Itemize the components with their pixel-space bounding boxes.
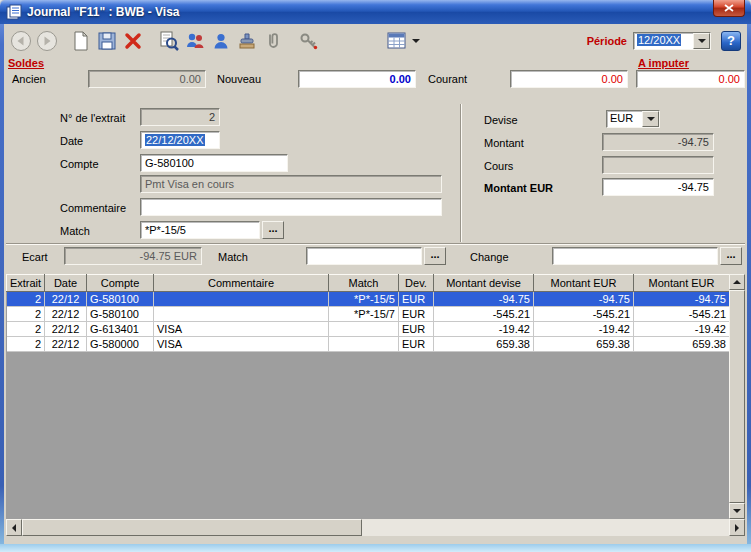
scroll-left-button[interactable] <box>6 519 22 536</box>
compte-field[interactable]: G-580100 <box>140 154 288 172</box>
cell[interactable]: 2 <box>7 322 45 337</box>
cell[interactable]: VISA <box>154 337 329 352</box>
extrait-label: N° de l'extrait <box>60 112 125 124</box>
cell[interactable]: -94.75 <box>534 292 634 307</box>
third-parties-button[interactable] <box>182 28 208 54</box>
horizontal-scrollbar-thumb[interactable] <box>22 519 362 536</box>
table-row[interactable]: 2 22/12 G-580000 VISA EUR 659.38 659.38 … <box>7 337 730 352</box>
cell[interactable]: *P*-15/5 <box>329 292 399 307</box>
cell[interactable]: -19.42 <box>534 322 634 337</box>
cell[interactable]: 22/12 <box>45 292 87 307</box>
devise-dropdown-button[interactable] <box>642 111 659 127</box>
cell[interactable]: -19.42 <box>634 322 730 337</box>
close-button[interactable] <box>713 0 745 17</box>
horizontal-scrollbar-track[interactable] <box>362 519 729 536</box>
horizontal-scrollbar[interactable] <box>6 519 745 536</box>
periode-select[interactable]: 12/20XX <box>633 32 711 50</box>
devise-value: EUR <box>607 111 642 127</box>
column-header[interactable]: Date <box>45 275 87 292</box>
cell[interactable]: EUR <box>399 307 434 322</box>
column-header[interactable]: Montant devise <box>434 275 534 292</box>
match-browse-button[interactable]: ... <box>262 221 284 239</box>
date-field[interactable]: 22/12/20XX <box>140 131 220 149</box>
back-button[interactable] <box>8 28 34 54</box>
cell[interactable]: EUR <box>399 337 434 352</box>
match-field[interactable]: *P*-15/5 <box>140 221 260 239</box>
cell[interactable]: 659.38 <box>434 337 534 352</box>
cell[interactable]: 2 <box>7 292 45 307</box>
scroll-up-button[interactable] <box>729 274 745 290</box>
change-browse-button[interactable]: ... <box>720 247 742 265</box>
periode-dropdown-button[interactable] <box>693 33 710 49</box>
cell[interactable] <box>154 307 329 322</box>
cell[interactable] <box>329 322 399 337</box>
cell[interactable]: *P*-15/7 <box>329 307 399 322</box>
scroll-down-button[interactable] <box>729 503 745 519</box>
ancien-field[interactable]: 0.00 <box>88 70 206 88</box>
cell[interactable]: EUR <box>399 322 434 337</box>
vertical-scrollbar[interactable] <box>729 274 745 519</box>
cell[interactable]: 659.38 <box>634 337 730 352</box>
contact-button[interactable] <box>208 28 234 54</box>
devise-select[interactable]: EUR <box>606 110 660 128</box>
column-header[interactable]: Montant EUR <box>534 275 634 292</box>
cell[interactable]: -545.21 <box>534 307 634 322</box>
cell[interactable]: 22/12 <box>45 307 87 322</box>
extrait-field[interactable]: 2 <box>140 108 220 126</box>
vertical-scrollbar-thumb[interactable] <box>729 290 745 503</box>
cell[interactable]: 22/12 <box>45 322 87 337</box>
titlebar[interactable]: Journal "F11" : BWB - Visa <box>0 0 751 24</box>
cell[interactable]: -19.42 <box>434 322 534 337</box>
cell[interactable]: 2 <box>7 307 45 322</box>
column-header[interactable]: Montant EUR <box>634 275 730 292</box>
change-field[interactable] <box>552 247 718 265</box>
cell[interactable]: G-580100 <box>87 292 154 307</box>
a-imputer-field[interactable]: 0.00 <box>636 70 745 88</box>
column-header[interactable]: Compte <box>87 275 154 292</box>
grid-view-dropdown[interactable] <box>410 29 422 53</box>
cell[interactable]: -94.75 <box>434 292 534 307</box>
table-row[interactable]: 2 22/12 G-580100 *P*-15/5 EUR -94.75 -94… <box>7 292 730 307</box>
cell[interactable]: -545.21 <box>634 307 730 322</box>
montant-eur-field[interactable]: -94.75 <box>602 178 714 196</box>
cell[interactable]: 22/12 <box>45 337 87 352</box>
transactions-grid: Extrait Date Compte Commentaire Match De… <box>6 274 745 519</box>
grid-view-button[interactable] <box>384 28 410 54</box>
cell[interactable]: VISA <box>154 322 329 337</box>
scroll-right-button[interactable] <box>729 519 745 536</box>
cell[interactable]: G-580100 <box>87 307 154 322</box>
new-button[interactable] <box>68 28 94 54</box>
table-row[interactable]: 2 22/12 G-580100 *P*-15/7 EUR -545.21 -5… <box>7 307 730 322</box>
cell[interactable]: G-580000 <box>87 337 154 352</box>
commentaire-field[interactable] <box>140 198 442 216</box>
forward-button[interactable] <box>34 28 60 54</box>
key-button[interactable] <box>296 28 322 54</box>
courant-field[interactable]: 0.00 <box>510 70 628 88</box>
stamp-button[interactable] <box>234 28 260 54</box>
ecart-match-browse-button[interactable]: ... <box>424 247 446 265</box>
nouveau-field[interactable]: 0.00 <box>298 70 416 88</box>
cell[interactable] <box>329 337 399 352</box>
table-row[interactable]: 2 22/12 G-613401 VISA EUR -19.42 -19.42 … <box>7 322 730 337</box>
save-button[interactable] <box>94 28 120 54</box>
search-button[interactable] <box>156 28 182 54</box>
cours-field[interactable] <box>602 156 714 174</box>
cell[interactable]: -545.21 <box>434 307 534 322</box>
cell[interactable]: 659.38 <box>534 337 634 352</box>
chevron-down-icon <box>733 509 741 513</box>
cell[interactable]: -94.75 <box>634 292 730 307</box>
column-header[interactable]: Match <box>329 275 399 292</box>
attach-button[interactable] <box>260 28 286 54</box>
chevron-up-icon <box>733 280 741 284</box>
column-header[interactable]: Dev. <box>399 275 434 292</box>
montant-field[interactable]: -94.75 <box>602 133 714 151</box>
cell[interactable]: EUR <box>399 292 434 307</box>
cell[interactable] <box>154 292 329 307</box>
cell[interactable]: 2 <box>7 337 45 352</box>
cell[interactable]: G-613401 <box>87 322 154 337</box>
column-header[interactable]: Extrait <box>7 275 45 292</box>
ecart-match-field[interactable] <box>306 247 422 265</box>
delete-button[interactable] <box>120 28 146 54</box>
column-header[interactable]: Commentaire <box>154 275 329 292</box>
help-button[interactable]: ? <box>721 31 741 51</box>
